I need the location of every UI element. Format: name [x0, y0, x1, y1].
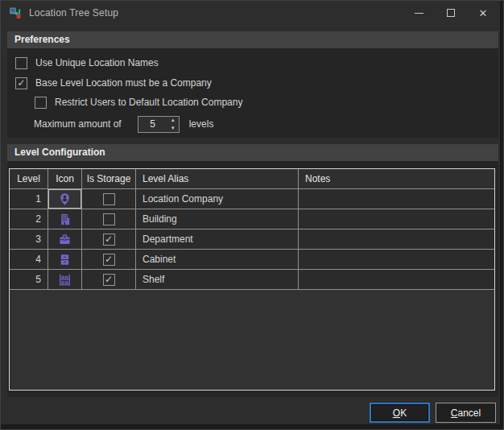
level-cell[interactable]: 2 [10, 209, 48, 229]
minimize-button[interactable] [403, 1, 435, 25]
icon-cell[interactable] [48, 229, 82, 249]
notes-cell[interactable] [299, 250, 494, 269]
notes-cell[interactable] [299, 229, 494, 249]
column-header-is-storage[interactable]: Is Storage [82, 169, 136, 188]
location-tree-app-icon [9, 6, 22, 19]
level-cell[interactable]: 3 [10, 229, 48, 249]
table-row[interactable]: 5 Shelf [10, 270, 494, 290]
use-unique-location-names-row: Use Unique Location Names [15, 56, 159, 70]
icon-cell[interactable] [48, 250, 82, 269]
table-body: 1 Location Company 2 Building 3 [10, 189, 494, 290]
use-unique-location-names-checkbox[interactable] [15, 57, 27, 69]
cabinet-icon [48, 250, 81, 269]
preferences-group: Preferences Use Unique Location Names Ba… [7, 31, 498, 138]
notes-cell[interactable] [299, 270, 494, 289]
levels-label: levels [189, 118, 214, 130]
level-alias-cell[interactable]: Building [136, 209, 299, 229]
maximum-amount-label: Maximum amount of [34, 118, 122, 130]
restrict-users-row: Restrict Users to Default Location Compa… [35, 95, 242, 110]
shelf-icon [48, 270, 81, 289]
icon-cell[interactable] [48, 189, 82, 209]
icon-cell[interactable] [48, 270, 82, 289]
level-configuration-body: Level Icon Is Storage Level Alias Notes … [7, 161, 498, 397]
table-row[interactable]: 3 Department [10, 229, 494, 250]
preferences-header: Preferences [7, 31, 498, 48]
is-storage-cell[interactable] [82, 209, 136, 229]
preferences-body: Use Unique Location Names Base Level Loc… [7, 48, 498, 138]
is-storage-checkbox[interactable] [103, 234, 115, 246]
notes-cell[interactable] [299, 189, 494, 209]
window-title: Location Tree Setup [29, 7, 118, 19]
restrict-users-checkbox[interactable] [35, 97, 47, 109]
level-alias-cell[interactable]: Cabinet [136, 250, 299, 269]
level-configuration-group: Level Configuration Level Icon Is Storag… [7, 144, 498, 397]
table-row[interactable]: 1 Location Company [10, 189, 494, 209]
level-cell[interactable]: 4 [10, 250, 48, 269]
is-storage-cell[interactable] [82, 229, 136, 249]
spinner-up-icon[interactable]: ▲ [167, 117, 179, 125]
level-cell[interactable]: 1 [10, 189, 48, 209]
is-storage-cell[interactable] [82, 189, 136, 209]
level-alias-cell[interactable]: Shelf [136, 270, 299, 289]
table-header-row: Level Icon Is Storage Level Alias Notes [10, 169, 494, 189]
base-level-company-row: Base Level Location must be a Company [15, 76, 212, 90]
cancel-button[interactable]: Cancel [436, 403, 496, 423]
column-header-icon[interactable]: Icon [48, 169, 82, 188]
base-level-company-checkbox[interactable] [15, 77, 27, 89]
maximize-button[interactable] [435, 1, 467, 25]
column-header-level-alias[interactable]: Level Alias [136, 169, 299, 188]
briefcase-icon [48, 229, 81, 249]
restrict-users-label: Restrict Users to Default Location Compa… [55, 97, 242, 108]
base-level-company-label: Base Level Location must be a Company [35, 77, 212, 89]
max-levels-value[interactable]: 5 [138, 117, 167, 132]
column-header-level[interactable]: Level [10, 169, 48, 188]
level-configuration-table: Level Icon Is Storage Level Alias Notes … [9, 168, 495, 391]
close-button[interactable]: ✕ [467, 1, 499, 25]
location-tree-setup-dialog: Location Tree Setup ✕ Preferences Use Un… [0, 0, 504, 430]
ok-button[interactable]: OK [370, 403, 430, 423]
use-unique-location-names-label: Use Unique Location Names [35, 57, 159, 68]
person-location-icon [48, 189, 81, 209]
table-row[interactable]: 4 Cabinet [10, 250, 494, 270]
spinner-down-icon[interactable]: ▼ [167, 124, 179, 132]
is-storage-checkbox[interactable] [103, 193, 115, 205]
titlebar[interactable]: Location Tree Setup ✕ [2, 1, 499, 25]
icon-cell[interactable] [48, 209, 82, 229]
level-configuration-header: Level Configuration [7, 144, 498, 161]
is-storage-checkbox[interactable] [103, 274, 115, 286]
maximum-levels-row: Maximum amount of 5 ▲ ▼ levels [34, 115, 213, 133]
column-header-notes[interactable]: Notes [299, 169, 494, 188]
level-alias-cell[interactable]: Department [136, 229, 299, 249]
is-storage-cell[interactable] [82, 270, 136, 289]
level-cell[interactable]: 5 [10, 270, 48, 289]
building-icon [48, 209, 81, 229]
close-icon: ✕ [479, 8, 488, 19]
level-alias-cell[interactable]: Location Company [136, 189, 299, 209]
table-row[interactable]: 2 Building [10, 209, 494, 229]
notes-cell[interactable] [299, 209, 494, 229]
maximize-icon [447, 9, 455, 17]
is-storage-cell[interactable] [82, 250, 136, 269]
minimize-icon [415, 13, 423, 14]
is-storage-checkbox[interactable] [103, 213, 115, 225]
is-storage-checkbox[interactable] [103, 254, 115, 266]
max-levels-spinner[interactable]: 5 ▲ ▼ [138, 116, 180, 133]
